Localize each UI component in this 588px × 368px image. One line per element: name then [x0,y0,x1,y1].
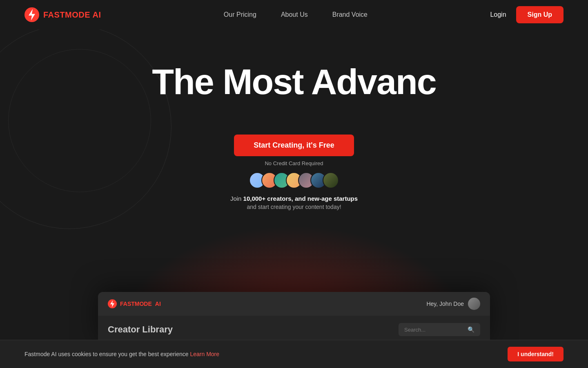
nav-brand-voice[interactable]: Brand Voice [332,11,368,18]
avatar-7 [323,172,339,188]
bolt-icon [24,7,39,22]
search-placeholder-text: Search... [404,327,464,333]
cookie-banner: Fastmode AI uses cookies to ensure you g… [0,340,588,368]
app-preview-body: Creator Library Search... 🔍 [98,316,490,343]
app-preview-user: Hey, John Doe [426,298,480,310]
nav-actions: Login Sign Up [490,6,564,23]
user-avatar [468,298,480,310]
search-icon: 🔍 [468,326,474,333]
creator-library-title: Creator Library [108,324,173,335]
hero-title: The Most Advanc [152,62,436,102]
navbar: FASTMODE AI Our Pricing About Us Brand V… [0,0,588,29]
app-preview-header: FASTMODE AI Hey, John Doe [98,292,490,316]
brand-name: FASTMODE AI [43,10,101,20]
login-button[interactable]: Login [490,11,506,18]
cta-area: Start Creating, it's Free No Credit Card… [234,135,354,166]
nav-pricing[interactable]: Our Pricing [224,11,256,18]
join-text: Join 10,000+ creators, and new-age start… [230,195,358,202]
logo[interactable]: FASTMODE AI [24,7,101,22]
cookie-message: Fastmode AI uses cookies to ensure you g… [24,351,219,357]
signup-button[interactable]: Sign Up [516,6,564,23]
accept-cookies-button[interactable]: I understand! [508,347,564,361]
nav-about[interactable]: About Us [281,11,308,18]
learn-more-link[interactable]: Learn More [190,351,219,357]
join-sub-text: and start creating your content today! [247,204,341,210]
app-preview-logo: FASTMODE AI [108,299,161,308]
no-credit-card-text: No Credit Card Required [265,160,323,166]
avatars-row [249,172,339,188]
app-preview-card: FASTMODE AI Hey, John Doe Creator Librar… [98,292,490,343]
preview-bolt-icon [108,299,117,308]
hero-section: The Most Advanc Start Creating, it's Fre… [0,29,588,210]
cta-button[interactable]: Start Creating, it's Free [234,135,354,156]
search-box[interactable]: Search... 🔍 [399,323,480,336]
nav-links: Our Pricing About Us Brand Voice [224,11,368,18]
